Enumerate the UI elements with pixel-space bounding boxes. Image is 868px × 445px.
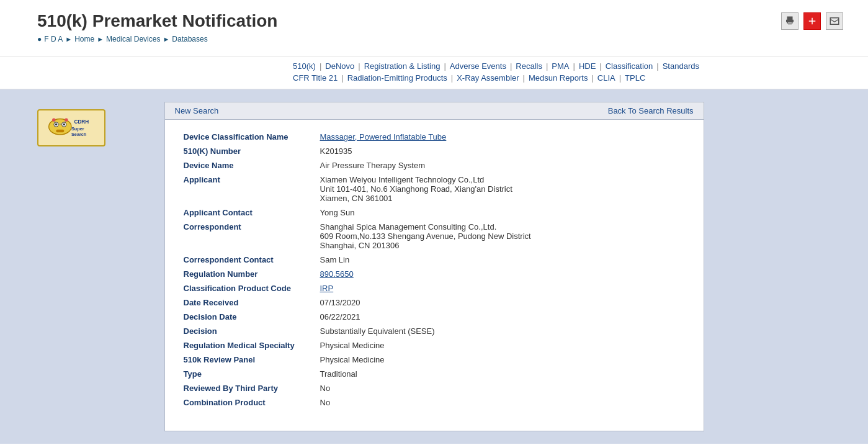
field-value-third-party: No <box>320 384 685 393</box>
nav-510k[interactable]: 510(k) <box>289 61 320 71</box>
field-label-device-classification: Device Classification Name <box>184 132 320 142</box>
cdrh-logo: CDRH Super Search <box>37 109 105 146</box>
field-row-reg-medical-specialty: Regulation Medical Specialty Physical Me… <box>184 341 685 350</box>
main-content: New Search Back To Search Results Device… <box>0 89 868 444</box>
field-row-type: Type Traditional <box>184 369 685 379</box>
breadcrumb-sep2: ► <box>97 35 104 43</box>
correspondent-address1: 609 Room,No.133 Shengang Avenue, Pudong … <box>320 231 685 241</box>
field-row-device-name: Device Name Air Pressure Therapy System <box>184 161 685 170</box>
nav-recalls[interactable]: Recalls <box>512 61 546 71</box>
email-button[interactable] <box>826 12 843 30</box>
breadcrumb-fda[interactable]: F D A <box>44 35 63 43</box>
page-title: 510(k) Premarket Notification <box>37 11 831 31</box>
field-label-device-name: Device Name <box>184 161 320 170</box>
breadcrumb-databases[interactable]: Databases <box>172 35 207 43</box>
new-search-link[interactable]: New Search <box>175 106 219 115</box>
nav-classification[interactable]: Classification <box>602 61 657 71</box>
nav-registration[interactable]: Registration & Listing <box>360 61 444 71</box>
nav-medsun[interactable]: Medsun Reports <box>525 73 591 83</box>
field-label-correspondent-contact: Correspondent Contact <box>184 255 320 264</box>
nav-radiation[interactable]: Radiation-Emitting Products <box>344 73 451 83</box>
field-value-correspondent-contact: Sam Lin <box>320 255 685 264</box>
breadcrumb-sep1: ► <box>65 35 72 43</box>
correspondent-name: Shanghai Spica Management Consulting Co.… <box>320 222 685 231</box>
breadcrumb-medical-devices[interactable]: Medical Devices <box>106 35 160 43</box>
device-classification-link[interactable]: Massager, Powered Inflatable Tube <box>320 132 447 142</box>
field-label-decision-date: Decision Date <box>184 312 320 321</box>
field-value-type: Traditional <box>320 369 685 379</box>
regulation-number-link[interactable]: 890.5650 <box>320 269 354 279</box>
nav-clia[interactable]: CLIA <box>594 73 619 83</box>
breadcrumb-home[interactable]: Home <box>74 35 94 43</box>
field-label-applicant-contact: Applicant Contact <box>184 208 320 217</box>
field-row-correspondent: Correspondent Shanghai Spica Management … <box>184 222 685 250</box>
field-value-decision-date: 06/22/2021 <box>320 312 685 321</box>
field-row-date-received: Date Received 07/13/2020 <box>184 298 685 307</box>
fda-icon: ● <box>37 35 42 43</box>
field-row-correspondent-contact: Correspondent Contact Sam Lin <box>184 255 685 264</box>
field-value-510k-number: K201935 <box>320 146 685 156</box>
field-row-510k-number: 510(K) Number K201935 <box>184 146 685 156</box>
field-row-applicant-contact: Applicant Contact Yong Sun <box>184 208 685 217</box>
field-value-correspondent: Shanghai Spica Management Consulting Co.… <box>320 222 685 250</box>
nav-adverse[interactable]: Adverse Events <box>446 61 510 71</box>
field-label-regulation-number: Regulation Number <box>184 269 320 279</box>
result-nav: New Search Back To Search Results <box>165 102 704 120</box>
field-label-510k-number: 510(K) Number <box>184 146 320 156</box>
field-row-510k-review-panel: 510k Review Panel Physical Medicine <box>184 355 685 364</box>
svg-text:Super: Super <box>71 126 84 132</box>
field-label-third-party: Reviewed By Third Party <box>184 384 320 393</box>
field-row-combination-product: Combination Product No <box>184 398 685 407</box>
svg-text:Search: Search <box>71 132 86 137</box>
svg-point-5 <box>63 124 65 126</box>
field-value-510k-review-panel: Physical Medicine <box>320 355 685 364</box>
applicant-name: Xiamen Weiyou Intelligent Technology Co.… <box>320 175 685 184</box>
field-value-date-received: 07/13/2020 <box>320 298 685 307</box>
nav-tplc[interactable]: TPLC <box>621 73 649 83</box>
result-box: New Search Back To Search Results Device… <box>164 102 704 431</box>
field-label-correspondent: Correspondent <box>184 222 320 231</box>
field-label-date-received: Date Received <box>184 298 320 307</box>
nav-hde[interactable]: HDE <box>575 61 599 71</box>
classification-code-link[interactable]: IRP <box>320 284 334 293</box>
correspondent-address2: Shanghai, CN 201306 <box>320 241 685 250</box>
svg-point-3 <box>55 124 58 126</box>
field-value-device-name: Air Pressure Therapy System <box>320 161 685 170</box>
breadcrumb: ● F D A ► Home ► Medical Devices ► Datab… <box>37 35 831 43</box>
toolbar-icons <box>781 12 843 30</box>
nav-pma[interactable]: PMA <box>548 61 573 71</box>
field-label-decision: Decision <box>184 326 320 336</box>
field-value-combination-product: No <box>320 398 685 407</box>
field-row-third-party: Reviewed By Third Party No <box>184 384 685 393</box>
nav-denovo[interactable]: DeNovo <box>321 61 358 71</box>
field-value-applicant: Xiamen Weiyou Intelligent Technology Co.… <box>320 175 685 203</box>
field-value-reg-medical-specialty: Physical Medicine <box>320 341 685 350</box>
nav-cfr[interactable]: CFR Title 21 <box>289 73 341 83</box>
field-value-applicant-contact: Yong Sun <box>320 208 685 217</box>
nav-row2: CFR Title 21 | Radiation-Emitting Produc… <box>289 73 703 83</box>
back-to-search-link[interactable]: Back To Search Results <box>608 106 694 115</box>
result-body: Device Classification Name Massager, Pow… <box>165 120 704 431</box>
field-value-classification-code: IRP <box>320 284 685 293</box>
field-label-type: Type <box>184 369 320 379</box>
applicant-address1: Unit 101-401, No.6 Xianghong Road, Xiang… <box>320 184 685 194</box>
field-row-regulation-number: Regulation Number 890.5650 <box>184 269 685 279</box>
field-label-510k-review-panel: 510k Review Panel <box>184 355 320 364</box>
field-label-applicant: Applicant <box>184 175 320 184</box>
nav-standards[interactable]: Standards <box>659 61 703 71</box>
svg-rect-6 <box>56 130 64 133</box>
svg-text:CDRH: CDRH <box>74 119 89 125</box>
field-label-classification-code: Classification Product Code <box>184 284 320 293</box>
print-button[interactable] <box>781 12 799 30</box>
field-row-decision: Decision Substantially Equivalent (SESE) <box>184 326 685 336</box>
field-label-combination-product: Combination Product <box>184 398 320 407</box>
field-row-classification-code: Classification Product Code IRP <box>184 284 685 293</box>
field-value-decision: Substantially Equivalent (SESE) <box>320 326 685 336</box>
applicant-address2: Xiamen, CN 361001 <box>320 194 685 203</box>
add-button[interactable] <box>803 12 821 30</box>
nav-xray[interactable]: X-Ray Assembler <box>453 73 522 83</box>
breadcrumb-sep3: ► <box>163 35 169 43</box>
field-value-device-classification: Massager, Powered Inflatable Tube <box>320 132 685 142</box>
field-row-device-classification: Device Classification Name Massager, Pow… <box>184 132 685 142</box>
field-row-decision-date: Decision Date 06/22/2021 <box>184 312 685 321</box>
